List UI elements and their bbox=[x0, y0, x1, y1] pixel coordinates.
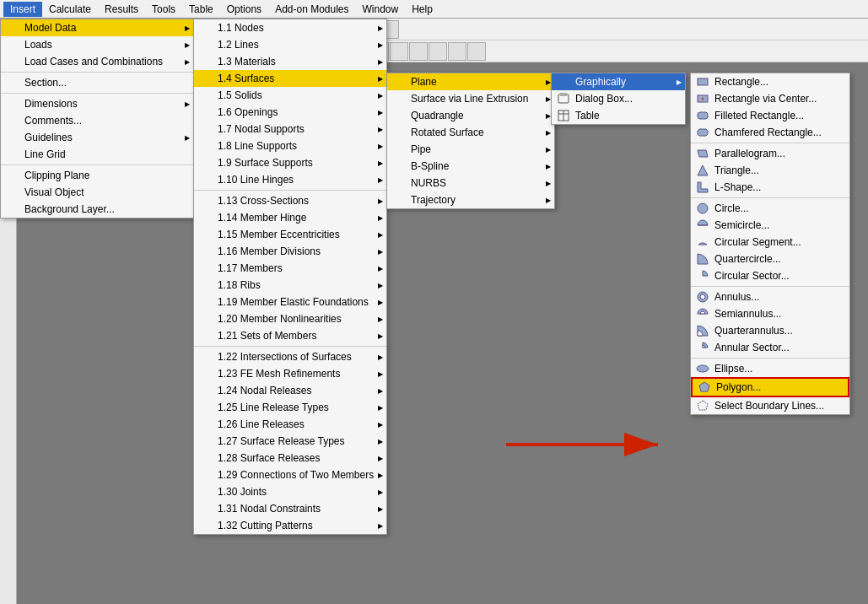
menu-item-plane[interactable]: Plane ▶ bbox=[387, 73, 554, 90]
svg-point-16 bbox=[700, 294, 705, 299]
menu-item-line-hinges[interactable]: 1.10 Line Hinges ▶ bbox=[194, 171, 386, 188]
menu-item-l-shape[interactable]: L-Shape... bbox=[691, 179, 849, 196]
menu-item-loads[interactable]: Loads ▶ bbox=[1, 36, 193, 53]
menubar-results[interactable]: Results bbox=[98, 2, 145, 17]
plane-menu: Graphically ▶ Dialog Box... Table bbox=[551, 73, 686, 125]
menu-item-semicircle[interactable]: Semicircle... bbox=[691, 217, 849, 234]
menu-item-annular-sector[interactable]: Annular Sector... bbox=[691, 339, 849, 356]
menu-item-select-boundary[interactable]: Select Boundary Lines... bbox=[691, 397, 849, 414]
menu-item-triangle[interactable]: Triangle... bbox=[691, 162, 849, 179]
pipe-arrow: ▶ bbox=[546, 146, 551, 154]
menu-item-model-data[interactable]: Model Data ▶ bbox=[1, 19, 193, 36]
menu-item-materials[interactable]: 1.3 Materials ▶ bbox=[194, 53, 386, 70]
menu-item-dimensions[interactable]: Dimensions ▶ bbox=[1, 95, 193, 112]
menu-item-filleted-rectangle[interactable]: Filleted Rectangle... bbox=[691, 107, 849, 124]
menu-item-guidelines[interactable]: Guidelines ▶ bbox=[1, 129, 193, 146]
menu-item-rectangle-via-center[interactable]: Rectangle via Center... bbox=[691, 90, 849, 107]
toolbar2-btn-21[interactable] bbox=[390, 42, 408, 61]
menu-item-surface-supports[interactable]: 1.9 Surface Supports ▶ bbox=[194, 154, 386, 171]
menubar-tools[interactable]: Tools bbox=[145, 2, 182, 17]
toolbar2-btn-23[interactable] bbox=[429, 42, 447, 61]
menu-item-surface-release-types[interactable]: 1.27 Surface Release Types ▶ bbox=[194, 433, 386, 450]
menu-item-quarterannulus[interactable]: Quarterannulus... bbox=[691, 322, 849, 339]
menu-item-connections[interactable]: 1.29 Connections of Two Members ▶ bbox=[194, 466, 386, 483]
menubar-addon[interactable]: Add-on Modules bbox=[268, 2, 355, 17]
cross-sections-arrow: ▶ bbox=[378, 197, 383, 205]
menu-item-surface-releases[interactable]: 1.28 Surface Releases ▶ bbox=[194, 450, 386, 466]
menu-item-semiannulus[interactable]: Semiannulus... bbox=[691, 305, 849, 322]
menu-item-graphically[interactable]: Graphically ▶ bbox=[552, 73, 685, 90]
menu-item-table[interactable]: Table bbox=[552, 107, 685, 124]
line-hinges-arrow: ▶ bbox=[378, 176, 383, 184]
menu-item-nurbs[interactable]: NURBS ▶ bbox=[387, 175, 554, 191]
menu-item-background-layer[interactable]: Background Layer... bbox=[1, 201, 193, 218]
menubar-window[interactable]: Window bbox=[356, 2, 406, 17]
toolbar2-btn-25[interactable] bbox=[467, 42, 486, 61]
line-supports-icon bbox=[197, 139, 214, 153]
menu-item-fe-mesh[interactable]: 1.23 FE Mesh Refinements ▶ bbox=[194, 365, 386, 382]
menu-item-member-elastic[interactable]: 1.19 Member Elastic Foundations ▶ bbox=[194, 294, 386, 310]
menu-item-b-spline[interactable]: B-Spline ▶ bbox=[387, 158, 554, 175]
graphically-arrow: ▶ bbox=[677, 78, 682, 86]
quarterannulus-icon bbox=[694, 324, 711, 337]
toolbar2-btn-24[interactable] bbox=[448, 42, 466, 61]
surface-release-types-arrow: ▶ bbox=[378, 438, 383, 445]
menu-item-quartercircle[interactable]: Quartercircle... bbox=[691, 251, 849, 267]
menubar-help[interactable]: Help bbox=[405, 2, 439, 17]
menu-item-comments[interactable]: Comments... bbox=[1, 112, 193, 129]
menu-item-solids[interactable]: 1.5 Solids ▶ bbox=[194, 87, 386, 104]
menu-item-parallelogram[interactable]: Parallelogram... bbox=[691, 145, 849, 162]
svg-marker-19 bbox=[698, 401, 708, 410]
menu-item-ribs[interactable]: 1.18 Ribs ▶ bbox=[194, 277, 386, 294]
menu-item-pipe[interactable]: Pipe ▶ bbox=[387, 141, 554, 158]
toolbar2-btn-22[interactable] bbox=[409, 42, 428, 61]
menu-item-load-cases[interactable]: Load Cases and Combinations ▶ bbox=[1, 53, 193, 70]
menu-item-clipping-plane[interactable]: Clipping Plane bbox=[1, 167, 193, 184]
menu-item-circle[interactable]: Circle... bbox=[691, 200, 849, 217]
menu-item-polygon[interactable]: Polygon... bbox=[691, 377, 849, 397]
menubar-calculate[interactable]: Calculate bbox=[42, 2, 98, 17]
menu-item-dialog-box[interactable]: Dialog Box... bbox=[552, 90, 685, 107]
member-hinge-arrow: ▶ bbox=[378, 214, 383, 222]
submenu-arrow5: ▶ bbox=[185, 134, 190, 142]
menu-item-lines[interactable]: 1.2 Lines ▶ bbox=[194, 36, 386, 53]
menu-item-surfaces[interactable]: 1.4 Surfaces ▶ bbox=[194, 70, 386, 87]
menu-item-nodal-releases[interactable]: 1.24 Nodal Releases ▶ bbox=[194, 382, 386, 399]
menu-item-member-nonlinearities[interactable]: 1.20 Member Nonlinearities ▶ bbox=[194, 310, 386, 327]
menu-item-member-hinge[interactable]: 1.14 Member Hinge ▶ bbox=[194, 209, 386, 226]
menu-item-member-eccentricities[interactable]: 1.15 Member Eccentricities ▶ bbox=[194, 226, 386, 243]
menu-item-line-supports[interactable]: 1.8 Line Supports ▶ bbox=[194, 138, 386, 154]
menu-item-sets-of-members[interactable]: 1.21 Sets of Members ▶ bbox=[194, 327, 386, 344]
b-spline-icon bbox=[391, 159, 407, 173]
menu-item-line-grid[interactable]: Line Grid bbox=[1, 146, 193, 163]
member-eccentricities-arrow: ▶ bbox=[378, 231, 383, 239]
menu-item-rectangle[interactable]: Rectangle... bbox=[691, 73, 849, 90]
menu-item-cutting-patterns[interactable]: 1.32 Cutting Patterns ▶ bbox=[194, 517, 386, 534]
menubar-insert[interactable]: Insert bbox=[3, 2, 42, 17]
menu-item-circular-sector[interactable]: Circular Sector... bbox=[691, 267, 849, 284]
menu-item-nodal-supports[interactable]: 1.7 Nodal Supports ▶ bbox=[194, 121, 386, 138]
menu-item-ellipse[interactable]: Ellipse... bbox=[691, 360, 849, 377]
menu-item-intersections[interactable]: 1.22 Intersections of Surfaces ▶ bbox=[194, 348, 386, 365]
menu-item-circular-segment[interactable]: Circular Segment... bbox=[691, 234, 849, 251]
menu-item-member-divisions[interactable]: 1.16 Member Divisions ▶ bbox=[194, 243, 386, 260]
menubar-table[interactable]: Table bbox=[182, 2, 220, 17]
menu-item-nodes[interactable]: 1.1 Nodes ▶ bbox=[194, 19, 386, 36]
menu-item-rotated-surface[interactable]: Rotated Surface ▶ bbox=[387, 124, 554, 141]
menu-item-joints[interactable]: 1.30 Joints ▶ bbox=[194, 483, 386, 500]
semicircle-icon bbox=[694, 218, 711, 232]
menu-item-openings[interactable]: 1.6 Openings ▶ bbox=[194, 104, 386, 121]
menu-item-surface-via-line[interactable]: Surface via Line Extrusion ▶ bbox=[387, 90, 554, 107]
menu-item-section[interactable]: Section... bbox=[1, 74, 193, 91]
menu-item-quadrangle[interactable]: Quadrangle ▶ bbox=[387, 107, 554, 124]
menu-item-cross-sections[interactable]: 1.13 Cross-Sections ▶ bbox=[194, 192, 386, 209]
menu-item-nodal-constraints[interactable]: 1.31 Nodal Constraints ▶ bbox=[194, 500, 386, 517]
menu-item-trajectory[interactable]: Trajectory ▶ bbox=[387, 191, 554, 208]
menu-item-line-releases[interactable]: 1.26 Line Releases ▶ bbox=[194, 416, 386, 433]
menu-item-visual-object[interactable]: Visual Object bbox=[1, 184, 193, 201]
menu-item-annulus[interactable]: Annulus... bbox=[691, 289, 849, 305]
menu-item-line-release-types[interactable]: 1.25 Line Release Types ▶ bbox=[194, 399, 386, 416]
menu-item-members[interactable]: 1.17 Members ▶ bbox=[194, 260, 386, 277]
menu-item-chamfered-rectangle[interactable]: Chamfered Rectangle... bbox=[691, 124, 849, 141]
menubar-options[interactable]: Options bbox=[220, 2, 268, 17]
